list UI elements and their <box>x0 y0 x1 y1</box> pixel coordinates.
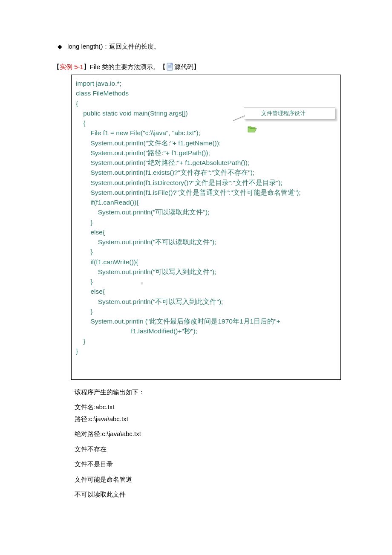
method-signature: long length() <box>67 43 103 50</box>
source-code-link[interactable]: 源代码 <box>174 63 193 71</box>
folder-open-icon <box>248 109 257 117</box>
link-bracket-close: 】 <box>193 63 200 71</box>
code-text: import java.io.*; class FileMethods { pu… <box>76 80 301 355</box>
method-description: ：返回文件的长度。 <box>103 43 160 50</box>
output-line: 文件名:abc.txt <box>75 402 341 413</box>
callout-tail-icon <box>232 115 246 121</box>
output-line: 路径:c:\java\abc.txt <box>75 413 341 425</box>
document-icon[interactable] <box>166 63 174 71</box>
bracket-open: 【 <box>53 63 60 71</box>
output-line: 文件可能是命名管道 <box>75 474 341 485</box>
example-heading: 【实例 5-1】File 类的主要方法演示。【 源代码】 <box>53 63 341 71</box>
output-section: 该程序产生的输出如下： 文件名:abc.txt 路径:c:\java\abc.t… <box>75 387 341 500</box>
bracket-close: 】 <box>84 63 90 71</box>
bullet-diamond-icon: ◆ <box>58 43 62 50</box>
output-line: 不可以读取此文件 <box>75 489 341 500</box>
output-heading: 该程序产生的输出如下： <box>75 387 341 398</box>
bullet-text: long length()：返回文件的长度。 <box>67 43 160 51</box>
callout-text: 文件管理程序设计 <box>261 109 306 118</box>
bullet-item: ◆ long length()：返回文件的长度。 <box>58 43 341 51</box>
link-bracket-open: 【 <box>159 63 166 71</box>
example-label: 实例 5-1 <box>60 63 84 71</box>
example-title: File 类的主要方法演示。 <box>90 63 159 71</box>
code-block: import java.io.*; class FileMethods { pu… <box>71 75 341 380</box>
output-line: 文件不是目录 <box>75 459 341 470</box>
callout: 文件管理程序设计 <box>244 87 335 139</box>
output-line: 文件不存在 <box>75 444 341 455</box>
output-line: 绝对路径:c:\java\abc.txt <box>75 428 341 439</box>
document-page: ◆ long length()：返回文件的长度。 【实例 5-1】File 类的… <box>0 0 392 530</box>
